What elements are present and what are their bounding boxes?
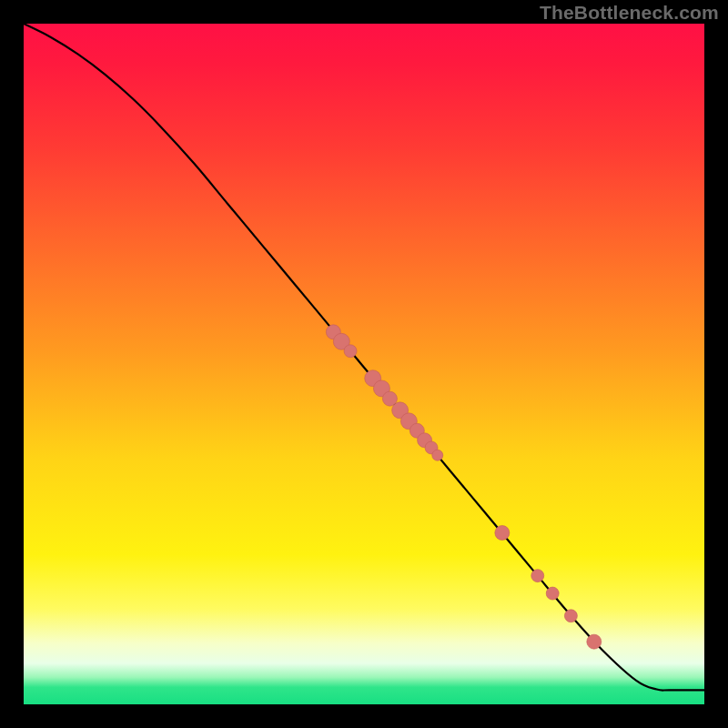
scatter-point: [531, 570, 544, 582]
chart-stage: TheBottleneck.com: [0, 0, 728, 728]
plot-area: [24, 24, 704, 704]
chart-overlay-svg: [24, 24, 704, 704]
scatter-point: [587, 634, 602, 649]
scatter-point: [564, 610, 577, 622]
scatter-point: [432, 450, 443, 460]
scatter-point: [344, 345, 357, 358]
line-series-curve: [24, 24, 704, 691]
scatter-point: [495, 526, 510, 541]
scatter-point: [546, 587, 559, 600]
watermark-text: TheBottleneck.com: [540, 2, 719, 24]
